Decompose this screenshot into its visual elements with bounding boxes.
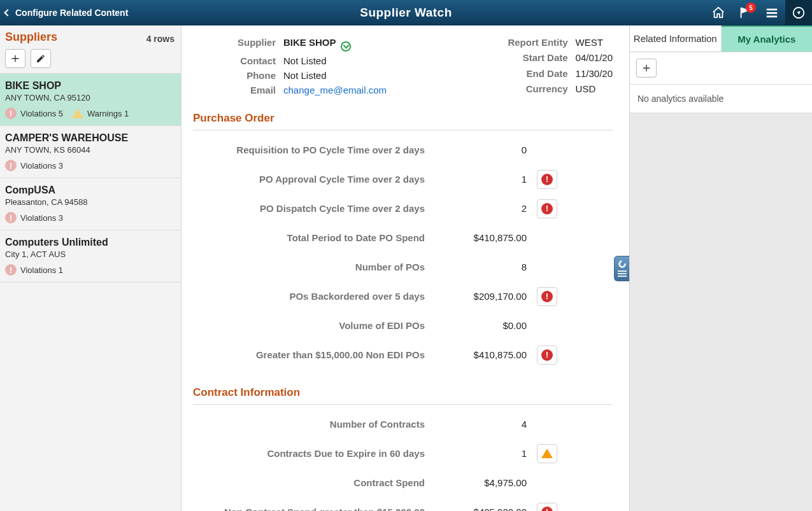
app-header: Configure Related Content Supplier Watch… <box>0 0 812 25</box>
plus-icon <box>10 53 20 64</box>
home-button[interactable] <box>705 0 732 25</box>
alert-red-icon: ! <box>541 349 553 361</box>
po-section-title: Purchase Order <box>193 112 613 125</box>
alert-button[interactable]: ! <box>537 170 557 189</box>
supplier-item-name: Computers Unlimited <box>5 237 175 248</box>
metric-value: $4,975.00 <box>435 477 537 488</box>
alert-button[interactable]: ! <box>537 346 557 365</box>
metric-row: Contract Spend$4,975.00 <box>193 468 613 498</box>
svg-rect-2 <box>767 15 778 17</box>
supplier-list: BIKE SHOPANY TOWN, CA 95120!Violations 5… <box>0 74 181 511</box>
metric-label: Number of Contracts <box>193 419 435 430</box>
metric-label: Contracts Due to Expire in 60 days <box>193 448 435 459</box>
metric-label: PO Approval Cycle Time over 2 days <box>193 174 435 185</box>
email-label: Email <box>238 85 276 95</box>
metric-label: PO Dispatch Cycle Time over 2 days <box>193 203 435 214</box>
divider <box>193 130 613 130</box>
supplier-label: Supplier <box>238 37 276 48</box>
metric-row: POs Backordered over 5 days$209,170.00! <box>193 282 613 311</box>
alert-red-icon: ! <box>541 174 553 185</box>
compass-button[interactable] <box>785 0 812 25</box>
sidebar-title: Suppliers <box>5 31 57 44</box>
violations-text: Violations 3 <box>20 161 63 171</box>
notifications-button[interactable]: 5 <box>732 0 759 25</box>
metric-value: $0.00 <box>435 320 537 331</box>
metric-label: Requisition to PO Cycle Time over 2 days <box>193 144 435 155</box>
alert-icon: ! <box>5 212 17 223</box>
metric-row: PO Dispatch Cycle Time over 2 days2! <box>193 194 613 223</box>
back-link-label: Configure Related Content <box>15 8 128 18</box>
supplier-item[interactable]: BIKE SHOPANY TOWN, CA 95120!Violations 5… <box>0 74 181 126</box>
end-date-label: End Date <box>508 68 567 79</box>
metric-row: Non Contract Spend greater than $15,000.… <box>193 498 613 512</box>
menu-button[interactable] <box>759 0 785 25</box>
metric-label: Greater than $15,000.00 Non EDI POs <box>193 349 435 360</box>
email-link[interactable]: change_me@email.com <box>283 85 387 95</box>
supplier-item-addr: ANY TOWN, CA 95120 <box>5 93 175 102</box>
metric-label: Total Period to Date PO Spend <box>193 232 435 243</box>
currency-label: Currency <box>508 83 567 94</box>
edit-supplier-button[interactable] <box>31 49 51 68</box>
supplier-item-name: CompUSA <box>5 185 175 196</box>
supplier-value: BIKE SHOP <box>283 37 387 52</box>
add-analytics-button[interactable] <box>636 59 657 78</box>
chevron-left-icon <box>4 9 11 16</box>
main-content: Supplier BIKE SHOP Contact Not Listed Ph… <box>182 25 629 511</box>
right-panel: Related InformationMy Analytics No analy… <box>629 25 812 511</box>
chart-icon <box>616 259 627 270</box>
report-entity-value: WEST <box>576 37 613 48</box>
contract-metrics: Number of Contracts4Contracts Due to Exp… <box>193 410 613 512</box>
alert-button[interactable]: ! <box>537 287 557 306</box>
tab-related-information[interactable]: Related Information <box>630 25 722 52</box>
metric-alert <box>537 444 575 463</box>
phone-value: Not Listed <box>283 70 387 81</box>
divider <box>193 404 613 405</box>
supplier-item-addr: ANY TOWN, KS 66044 <box>5 145 175 155</box>
tab-my-analytics[interactable]: My Analytics <box>722 25 813 52</box>
add-supplier-button[interactable] <box>5 49 25 68</box>
violations-flag: !Violations 5 <box>5 108 63 119</box>
metric-label: Non Contract Spend greater than $15,000.… <box>193 507 435 511</box>
right-panel-toolbar <box>630 52 812 85</box>
metric-row: Total Period to Date PO Spend$410,875.00 <box>193 223 613 253</box>
end-date-value: 11/30/20 <box>576 68 613 79</box>
pencil-icon <box>36 53 46 64</box>
metric-row: PO Approval Cycle Time over 2 days1! <box>193 165 613 194</box>
supplier-name-text: BIKE SHOP <box>283 37 336 48</box>
warning-icon <box>72 109 83 118</box>
metric-value: $405,900.00 <box>435 507 537 511</box>
metric-value: 2 <box>435 203 537 214</box>
alert-icon: ! <box>5 264 17 276</box>
supplier-item-flags: !Violations 5Warnings 1 <box>5 108 175 119</box>
metric-alert: ! <box>537 287 575 306</box>
alert-button[interactable]: ! <box>537 199 557 218</box>
warning-button[interactable] <box>537 444 557 463</box>
svg-rect-0 <box>767 8 778 10</box>
supplier-item-name: CAMPER'S WAREHOUSE <box>5 132 175 144</box>
right-panel-spacer <box>630 113 812 511</box>
po-metrics: Requisition to PO Cycle Time over 2 days… <box>193 136 613 370</box>
metric-row: Number of POs8 <box>193 253 613 282</box>
violations-text: Violations 1 <box>20 265 63 275</box>
supplier-item-flags: !Violations 1 <box>5 264 175 276</box>
list-icon <box>618 270 627 277</box>
page-title: Supplier Watch <box>360 6 452 20</box>
side-handle-toggle[interactable] <box>614 256 629 281</box>
alert-icon: ! <box>5 160 17 171</box>
metric-alert: ! <box>537 199 575 218</box>
sidebar: Suppliers 4 rows BIKE SHOPANY TOWN, CA 9… <box>0 25 182 511</box>
violations-flag: !Violations 3 <box>5 160 63 171</box>
back-link[interactable]: Configure Related Content <box>0 8 128 18</box>
metric-row: Greater than $15,000.00 Non EDI POs$410,… <box>193 340 613 370</box>
metric-label: Volume of EDI POs <box>193 320 435 331</box>
alert-button[interactable]: ! <box>537 503 557 512</box>
metric-value: 1 <box>435 174 537 185</box>
start-date-label: Start Date <box>508 52 567 63</box>
violations-text: Violations 3 <box>20 213 63 223</box>
alert-red-icon: ! <box>541 203 553 214</box>
supplier-item[interactable]: CompUSAPleasanton, CA 94588!Violations 3 <box>0 178 181 230</box>
supplier-item[interactable]: Computers UnlimitedCity 1, ACT AUS!Viola… <box>0 230 181 283</box>
metric-label: Contract Spend <box>193 477 435 488</box>
warning-icon <box>541 449 553 458</box>
supplier-item[interactable]: CAMPER'S WAREHOUSEANY TOWN, KS 66044!Vio… <box>0 126 181 178</box>
